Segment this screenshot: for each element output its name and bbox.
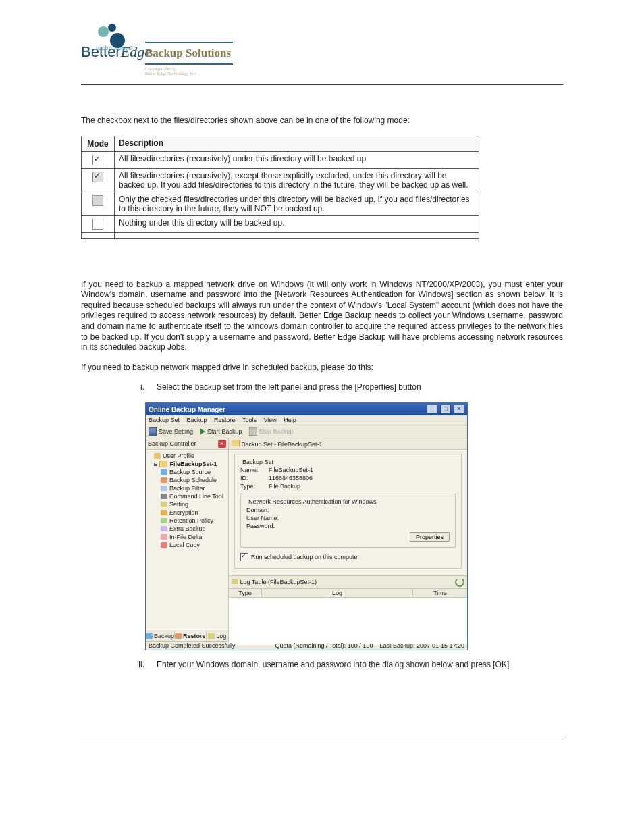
tree-node-setting[interactable]: Setting [147, 500, 227, 509]
restore-icon [175, 633, 182, 639]
tree-node-infile-delta[interactable]: In-File Delta [147, 533, 227, 541]
tab-backup[interactable]: Backup [146, 631, 175, 641]
label-type: Type: [240, 483, 269, 490]
mode-description: All files/directories (recursively), exc… [115, 168, 479, 192]
menu-view[interactable]: View [263, 417, 276, 423]
checkbox-checked-grey-icon [92, 172, 103, 182]
table-row: All files/directories (recursively) unde… [82, 151, 479, 168]
checkbox-filled-icon [92, 195, 103, 206]
left-panel-title: Backup Controller [148, 440, 196, 447]
intro-paragraph: The checkbox next to the files/directori… [81, 115, 563, 126]
save-setting-button[interactable]: Save Setting [149, 427, 193, 436]
col-type[interactable]: Type [229, 589, 262, 597]
list-item: i. Select the backup set from the left p… [124, 382, 563, 392]
run-scheduled-label: Run scheduled backup on this computer [251, 554, 360, 561]
filter-icon [161, 486, 167, 491]
backup-set-group: Backup Set Name:FileBackupSet-1 ID:11688… [234, 454, 462, 569]
extra-icon [161, 526, 167, 531]
menu-backup-set[interactable]: Backup Set [149, 417, 180, 423]
stop-icon [249, 427, 257, 436]
tree-node-encryption[interactable]: Encryption [147, 509, 227, 517]
tree-node-backup-schedule[interactable]: Backup Schedule [147, 476, 227, 484]
schedule-icon [161, 477, 167, 483]
tree-node-local-copy[interactable]: Local Copy [147, 541, 227, 549]
menu-restore[interactable]: Restore [214, 417, 236, 423]
tree-node-backup-set[interactable]: ⊟FileBackupSet-1 [147, 460, 227, 468]
network-auth-group: Network Resources Authentication for Win… [240, 494, 456, 548]
step-text: Select the backup set from the left pane… [157, 382, 563, 392]
value-name: FileBackupSet-1 [269, 467, 313, 473]
step-number: ii. [124, 660, 144, 669]
log-icon [232, 579, 238, 584]
col-header-mode: Mode [82, 136, 115, 151]
tree-node-retention[interactable]: Retention Policy [147, 517, 227, 525]
checkbox-empty-icon [92, 219, 103, 230]
run-scheduled-checkbox[interactable] [240, 553, 248, 561]
encryption-icon [161, 510, 167, 515]
product-title-block: Backup Solutions Copyright (2002) Better… [145, 42, 233, 76]
panel-title: Backup Set - FileBackupSet-1 [229, 438, 467, 450]
delta-icon [161, 534, 167, 540]
tab-log[interactable]: Log [207, 631, 228, 641]
label-domain: Domain: [246, 506, 269, 513]
log-table-columns: Type Log Time [229, 589, 467, 598]
value-type: File Backup [269, 483, 300, 490]
tree-view[interactable]: User Profile ⊟FileBackupSet-1 Backup Sou… [146, 450, 228, 631]
table-row: Nothing under this directory will be bac… [82, 215, 479, 232]
mode-description: Only the checked files/directories under… [115, 192, 479, 215]
divider [81, 737, 563, 737]
mode-table: Mode Description All files/directories (… [81, 136, 479, 239]
menu-help[interactable]: Help [284, 417, 296, 423]
maximize-icon[interactable]: □ [440, 405, 451, 414]
left-tabs[interactable]: Backup Restore Log [146, 631, 228, 641]
toolbar: Save Setting Start Backup Stop Backup [146, 425, 467, 438]
menu-tools[interactable]: Tools [242, 417, 257, 423]
window-title: Online Backup Manager [149, 406, 225, 413]
log-table-header: Log Table (FileBackupSet-1) [229, 575, 467, 589]
delete-icon[interactable]: × [218, 440, 226, 448]
menubar[interactable]: Backup Set Backup Restore Tools View Hel… [146, 415, 467, 425]
refresh-icon[interactable] [455, 577, 464, 587]
product-title: Backup Solutions [145, 43, 233, 63]
window-titlebar[interactable]: Online Backup Manager _ □ × [146, 403, 467, 415]
tab-restore[interactable]: Restore [175, 631, 207, 641]
value-id: 1168846358806 [269, 475, 313, 481]
tree-node-extra-backup[interactable]: Extra Backup [147, 525, 227, 533]
tree-node-user-profile[interactable]: User Profile [147, 452, 227, 460]
group-legend: Backup Set [240, 459, 275, 465]
col-header-description: Description [115, 136, 479, 151]
col-log[interactable]: Log [262, 589, 413, 597]
minimize-icon[interactable]: _ [427, 405, 437, 414]
checkbox-checked-icon [92, 155, 103, 165]
menu-backup[interactable]: Backup [187, 417, 207, 423]
network-paragraph: If you need to backup a mapped network d… [81, 280, 563, 353]
copyright-text: Copyright (2002) Better Edge Technology,… [145, 67, 233, 76]
step-number: i. [124, 382, 144, 392]
col-time[interactable]: Time [413, 589, 467, 597]
close-icon[interactable]: × [454, 405, 464, 414]
table-row [82, 232, 479, 238]
brand-logo: BetterEdge technologyS [81, 24, 151, 51]
setting-icon [161, 502, 167, 507]
properties-button[interactable]: Properties [410, 532, 450, 542]
status-bar: Backup Completed Successfully Quota (Rem… [146, 641, 467, 650]
divider [81, 84, 563, 85]
cli-icon [161, 494, 167, 499]
log-table-body [229, 598, 467, 645]
backup-icon [146, 633, 153, 639]
status-quota: Quota (Remaining / Total): 100 / 100 [275, 642, 373, 649]
local-icon [161, 542, 167, 548]
stop-backup-button: Stop Backup [249, 427, 294, 436]
steps-list: i. Select the backup set from the left p… [124, 382, 563, 392]
source-icon [161, 469, 167, 475]
mode-description: All files/directories (recursively) unde… [115, 151, 479, 168]
start-backup-button[interactable]: Start Backup [200, 427, 242, 436]
app-screenshot: Online Backup Manager _ □ × Backup Set B… [145, 402, 468, 650]
tree-node-backup-source[interactable]: Backup Source [147, 468, 227, 476]
steps-list-cont: ii. Enter your Windows domain, username … [124, 660, 563, 669]
tree-node-backup-filter[interactable]: Backup Filter [147, 484, 227, 492]
window-controls[interactable]: _ □ × [426, 405, 464, 414]
save-icon [149, 427, 157, 436]
tree-node-command-line[interactable]: Command Line Tool [147, 492, 227, 500]
log-icon [208, 633, 215, 639]
